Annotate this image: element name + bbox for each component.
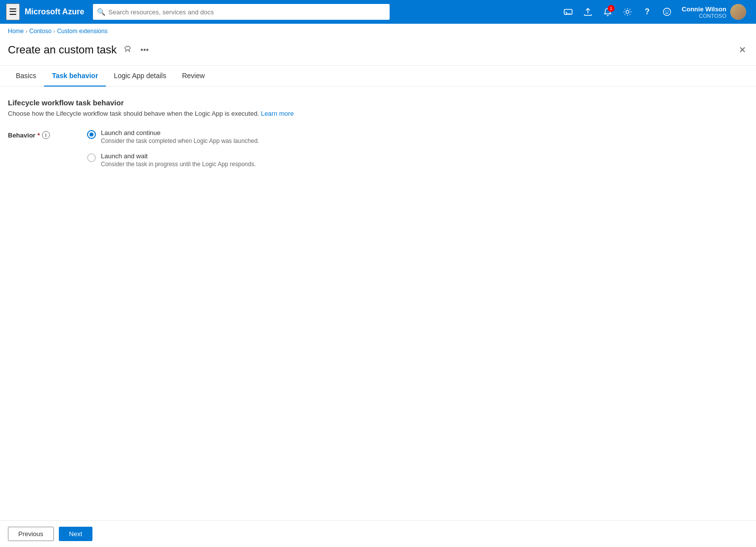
search-icon: 🔍 <box>97 8 105 16</box>
topnav: ☰ Microsoft Azure 🔍 1 <box>0 0 756 24</box>
page-title: Create an custom task <box>8 44 117 56</box>
tab-task-behavior[interactable]: Task behavior <box>44 66 106 87</box>
svg-point-3 <box>663 8 670 16</box>
svg-point-2 <box>626 10 629 13</box>
svg-point-4 <box>665 11 666 12</box>
breadcrumb: Home › Contoso › Custom extensions <box>0 24 756 39</box>
user-name: Connie Wilson <box>682 5 726 13</box>
info-icon[interactable]: i <box>42 131 50 139</box>
tab-basics[interactable]: Basics <box>8 66 44 87</box>
upload-icon <box>583 7 592 16</box>
search-input[interactable] <box>108 8 386 16</box>
hamburger-menu-button[interactable]: ☰ <box>6 3 20 20</box>
option-launch-wait-text: Launch and wait Consider the task in pro… <box>101 152 256 168</box>
learn-more-link[interactable]: Learn more <box>261 110 294 117</box>
upload-button[interactable] <box>579 3 597 21</box>
behavior-label: Behavior * i <box>8 129 87 139</box>
user-menu[interactable]: Connie Wilson CONTOSO <box>678 2 750 22</box>
pin-icon <box>124 45 132 53</box>
feedback-icon <box>663 7 671 16</box>
option-launch-continue-label: Launch and continue <box>101 129 259 137</box>
breadcrumb-sep-1: › <box>26 29 27 34</box>
breadcrumb-home[interactable]: Home <box>8 28 24 35</box>
user-info: Connie Wilson CONTOSO <box>682 5 726 19</box>
topnav-icon-group: 1 ? Connie Wilson CONTOSO <box>559 2 750 22</box>
ellipsis-icon: ••• <box>140 46 149 54</box>
notification-badge: 1 <box>608 5 615 12</box>
breadcrumb-custom-extensions[interactable]: Custom extensions <box>57 28 107 35</box>
user-org: CONTOSO <box>682 13 726 19</box>
azure-brand: Microsoft Azure <box>25 7 84 16</box>
settings-icon <box>623 7 632 16</box>
avatar <box>730 4 746 20</box>
breadcrumb-contoso[interactable]: Contoso <box>29 28 51 35</box>
section-title: Lifecycle workflow task behavior <box>8 98 748 107</box>
page-header: Create an custom task ••• ✕ <box>0 39 756 66</box>
notifications-button[interactable]: 1 <box>599 3 617 21</box>
settings-button[interactable] <box>619 3 636 21</box>
feedback-button[interactable] <box>658 3 676 21</box>
cloud-shell-button[interactable] <box>559 3 577 21</box>
option-launch-continue-desc: Consider the task completed when Logic A… <box>101 137 259 144</box>
more-options-button[interactable]: ••• <box>138 44 151 56</box>
close-button[interactable]: ✕ <box>737 43 748 57</box>
behavior-options: Launch and continue Consider the task co… <box>87 129 259 168</box>
option-launch-and-wait[interactable]: Launch and wait Consider the task in pro… <box>87 152 259 168</box>
tabs: Basics Task behavior Logic App details R… <box>0 66 756 87</box>
breadcrumb-sep-2: › <box>53 29 55 34</box>
svg-point-5 <box>667 11 668 12</box>
cloud-shell-icon <box>564 7 573 16</box>
close-icon: ✕ <box>739 45 746 55</box>
radio-launch-continue[interactable] <box>87 130 96 139</box>
behavior-row: Behavior * i Launch and continue Conside… <box>8 129 748 168</box>
pin-button[interactable] <box>122 43 133 57</box>
section-desc: Choose how the Lifecycle workflow task s… <box>8 110 748 117</box>
radio-launch-wait[interactable] <box>87 153 96 162</box>
option-launch-and-continue[interactable]: Launch and continue Consider the task co… <box>87 129 259 144</box>
option-launch-wait-desc: Consider the task in progress until the … <box>101 161 256 168</box>
help-button[interactable]: ? <box>638 3 656 21</box>
avatar-image <box>730 4 746 20</box>
tab-review[interactable]: Review <box>174 66 213 87</box>
help-icon: ? <box>645 7 650 16</box>
content-area: Lifecycle workflow task behavior Choose … <box>0 87 756 189</box>
option-launch-continue-text: Launch and continue Consider the task co… <box>101 129 259 144</box>
tab-logic-app-details[interactable]: Logic App details <box>106 66 174 87</box>
search-bar: 🔍 <box>93 4 390 20</box>
option-launch-wait-label: Launch and wait <box>101 152 256 160</box>
required-marker: * <box>38 132 40 139</box>
